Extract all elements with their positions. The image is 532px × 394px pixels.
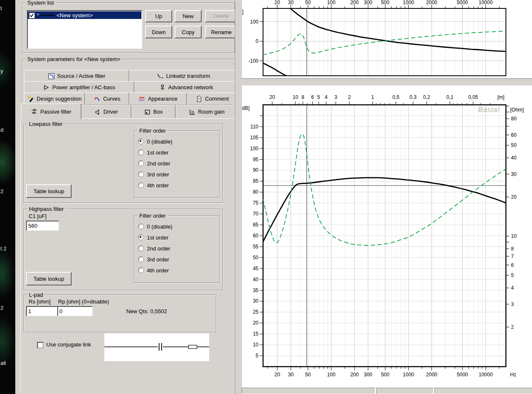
system-list-group-label: System list bbox=[26, 0, 56, 6]
svg-text:8: 8 bbox=[511, 246, 514, 252]
tab-label: Box bbox=[153, 109, 162, 115]
lp-order-3-radio[interactable]: 3rd order bbox=[138, 171, 169, 178]
filter-order-group-label: Filter order bbox=[138, 213, 168, 219]
svg-text:20: 20 bbox=[274, 372, 280, 378]
svg-text:50: 50 bbox=[305, 372, 311, 378]
system-parameters-group-label: System parameters for <New system> bbox=[26, 56, 122, 62]
svg-text:35: 35 bbox=[253, 288, 259, 293]
tab-room-gain[interactable]: Room gain bbox=[176, 105, 238, 119]
svg-text:30: 30 bbox=[511, 171, 517, 177]
c1-input[interactable] bbox=[26, 221, 59, 231]
svg-text:5: 5 bbox=[255, 353, 258, 359]
svg-text:40: 40 bbox=[511, 155, 517, 161]
wavelength-axis-unit: [m] bbox=[497, 94, 505, 100]
tab-box[interactable]: Box bbox=[131, 105, 176, 119]
svg-text:40: 40 bbox=[253, 277, 259, 282]
curves-icon bbox=[94, 96, 101, 102]
svg-text:0: 0 bbox=[255, 38, 258, 44]
system-listbox[interactable]: * <New system> bbox=[27, 10, 142, 49]
box-icon bbox=[144, 109, 151, 115]
svg-text:5000: 5000 bbox=[457, 372, 468, 378]
hp-order-3-radio[interactable]: 3rd order bbox=[138, 256, 169, 263]
svg-text:60: 60 bbox=[253, 233, 259, 239]
tab-driver[interactable]: Driver bbox=[81, 105, 131, 119]
desktop-text-fragment: all bbox=[0, 360, 6, 366]
radio-label: 1st order bbox=[147, 149, 168, 156]
use-conjugate-checkbox[interactable] bbox=[37, 342, 43, 348]
tab-label: Advanced network bbox=[168, 84, 213, 91]
radio-label: 1st order bbox=[147, 234, 168, 241]
lp-order-4-radio[interactable]: 4th order bbox=[138, 182, 169, 189]
svg-text:2: 2 bbox=[511, 324, 514, 330]
phase-chart[interactable]: 203050100200300500100020005000100001000-… bbox=[242, 0, 532, 78]
svg-text:10000: 10000 bbox=[479, 0, 493, 5]
ohm-axis-unit: [Ohm] bbox=[510, 107, 524, 113]
svg-text:80: 80 bbox=[253, 189, 259, 195]
tab-linkwitz-transform[interactable]: Linkwitz transform bbox=[129, 70, 238, 82]
hp-order-4-radio[interactable]: 4th order bbox=[138, 267, 169, 274]
svg-text:75: 75 bbox=[253, 200, 259, 206]
lowpass-filter-group-label: Lowpass filter bbox=[27, 121, 64, 127]
tab-power-amplifier[interactable]: Power amplifier / AC-bass bbox=[24, 81, 134, 93]
svg-text:300: 300 bbox=[364, 0, 372, 5]
status-panel bbox=[376, 388, 434, 394]
svg-text:0,3: 0,3 bbox=[410, 94, 417, 100]
tab-advanced-network[interactable]: Advanced network bbox=[134, 81, 238, 93]
conjugate-circuit-diagram bbox=[104, 333, 209, 361]
hp-order-0-radio[interactable]: 0 (disable) bbox=[138, 223, 173, 230]
tab-label: Design suggestion bbox=[37, 96, 82, 102]
db-axis-unit-fragment: dB] bbox=[242, 105, 250, 111]
tab-label: Comment bbox=[205, 96, 229, 102]
filter-order-group-label: Filter order bbox=[138, 128, 168, 134]
desktop-text-fragment: 2 bbox=[0, 305, 3, 311]
lp-order-0-radio[interactable]: 0 (disable) bbox=[138, 138, 173, 145]
svg-text:20: 20 bbox=[269, 94, 275, 100]
freq-axis-unit: Hz bbox=[510, 372, 516, 378]
amplifier-triangle-icon bbox=[43, 84, 50, 91]
lp-table-lookup-button[interactable]: Table lookup bbox=[26, 184, 72, 198]
tab-source-active-filter[interactable]: Source / Active filter bbox=[24, 70, 129, 82]
rs-input[interactable] bbox=[26, 306, 59, 316]
delete-button[interactable]: Delete bbox=[205, 10, 238, 22]
tab-design-suggestion[interactable]: Design suggestion bbox=[24, 93, 85, 105]
svg-text:20: 20 bbox=[274, 0, 280, 5]
svg-text:90: 90 bbox=[253, 167, 259, 173]
tab-label: Driver bbox=[104, 109, 118, 115]
svg-text:3: 3 bbox=[335, 94, 338, 100]
document-icon bbox=[196, 96, 202, 102]
speaker-icon bbox=[94, 109, 101, 115]
circuit-schematic-icon bbox=[104, 333, 209, 361]
hp-table-lookup-button[interactable]: Table lookup bbox=[26, 272, 72, 285]
tab-label: Curves bbox=[103, 96, 120, 102]
svg-text:100: 100 bbox=[250, 146, 258, 152]
system-list-item[interactable]: * <New system> bbox=[28, 11, 141, 19]
hp-order-1-radio[interactable]: 1st order bbox=[138, 234, 168, 241]
status-panel bbox=[242, 388, 375, 394]
desktop-text-fragment: 2 bbox=[0, 188, 3, 194]
spl-impedance-chart[interactable]: Basta!2030501002003005001000200050001000… bbox=[242, 85, 532, 387]
svg-text:20: 20 bbox=[511, 194, 517, 200]
rp-input[interactable] bbox=[57, 306, 93, 316]
tab-comment[interactable]: Comment bbox=[187, 93, 238, 105]
up-button[interactable]: Up bbox=[145, 10, 172, 22]
tab-appearance[interactable]: Appearance bbox=[129, 93, 187, 105]
hp-order-2-radio[interactable]: 2nd order bbox=[138, 245, 170, 252]
svg-text:300: 300 bbox=[364, 372, 372, 378]
new-button[interactable]: New bbox=[175, 10, 202, 22]
radio-label: 3rd order bbox=[147, 171, 169, 178]
c1-label: C1 [uF] bbox=[29, 213, 47, 219]
copy-button[interactable]: Copy bbox=[175, 26, 202, 38]
tab-curves[interactable]: Curves bbox=[85, 93, 129, 105]
svg-text:6: 6 bbox=[511, 262, 514, 268]
lp-order-1-radio[interactable]: 1st order bbox=[138, 149, 168, 156]
down-button[interactable]: Down bbox=[145, 26, 172, 38]
svg-text:1: 1 bbox=[371, 94, 374, 100]
highpass-filter-group-label: Highpass filter bbox=[27, 206, 65, 212]
system-enabled-checkbox[interactable] bbox=[29, 12, 35, 19]
tab-passive-filter[interactable]: Passive filter bbox=[21, 104, 81, 119]
svg-text:10: 10 bbox=[253, 342, 259, 348]
svg-text:50: 50 bbox=[305, 0, 311, 5]
lp-order-2-radio[interactable]: 2nd order bbox=[138, 160, 170, 167]
radio-label: 2nd order bbox=[147, 245, 170, 252]
rename-button[interactable]: Rename bbox=[205, 26, 238, 38]
